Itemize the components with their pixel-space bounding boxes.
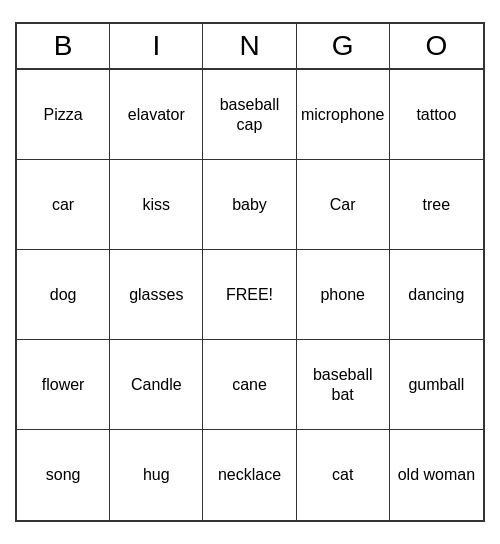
bingo-cell: cane — [203, 340, 296, 430]
cell-text: Car — [330, 195, 356, 214]
cell-text: dog — [50, 285, 77, 304]
bingo-cell: car — [17, 160, 110, 250]
cell-text: glasses — [129, 285, 183, 304]
cell-text: phone — [320, 285, 365, 304]
bingo-cell: Pizza — [17, 70, 110, 160]
cell-text: tree — [423, 195, 451, 214]
bingo-cell: old woman — [390, 430, 483, 520]
bingo-cell: necklace — [203, 430, 296, 520]
bingo-card: BINGO Pizzaelavatorbaseball capmicrophon… — [15, 22, 485, 522]
cell-text: tattoo — [416, 105, 456, 124]
bingo-cell: glasses — [110, 250, 203, 340]
cell-text: cat — [332, 465, 353, 484]
cell-text: song — [46, 465, 81, 484]
cell-text: necklace — [218, 465, 281, 484]
cell-text: microphone — [301, 105, 385, 124]
bingo-cell: flower — [17, 340, 110, 430]
header-letter: B — [17, 24, 110, 68]
cell-text: Candle — [131, 375, 182, 394]
bingo-cell: FREE! — [203, 250, 296, 340]
bingo-cell: tree — [390, 160, 483, 250]
cell-text: elavator — [128, 105, 185, 124]
bingo-cell: Car — [297, 160, 390, 250]
bingo-cell: Candle — [110, 340, 203, 430]
bingo-cell: song — [17, 430, 110, 520]
bingo-cell: elavator — [110, 70, 203, 160]
bingo-cell: baseball bat — [297, 340, 390, 430]
header-letter: I — [110, 24, 203, 68]
bingo-cell: phone — [297, 250, 390, 340]
header-letter: G — [297, 24, 390, 68]
cell-text: Pizza — [44, 105, 83, 124]
bingo-cell: hug — [110, 430, 203, 520]
cell-text: hug — [143, 465, 170, 484]
cell-text: flower — [42, 375, 85, 394]
bingo-cell: gumball — [390, 340, 483, 430]
cell-text: car — [52, 195, 74, 214]
bingo-cell: cat — [297, 430, 390, 520]
cell-text: FREE! — [226, 285, 273, 304]
cell-text: baseball cap — [207, 95, 291, 133]
bingo-cell: dog — [17, 250, 110, 340]
cell-text: old woman — [398, 465, 475, 484]
bingo-cell: tattoo — [390, 70, 483, 160]
bingo-cell: baby — [203, 160, 296, 250]
bingo-cell: dancing — [390, 250, 483, 340]
cell-text: baseball bat — [301, 365, 385, 403]
header-letter: O — [390, 24, 483, 68]
cell-text: dancing — [408, 285, 464, 304]
bingo-cell: microphone — [297, 70, 390, 160]
cell-text: gumball — [408, 375, 464, 394]
header-letter: N — [203, 24, 296, 68]
cell-text: kiss — [143, 195, 171, 214]
cell-text: baby — [232, 195, 267, 214]
cell-text: cane — [232, 375, 267, 394]
bingo-header: BINGO — [17, 24, 483, 70]
bingo-cell: kiss — [110, 160, 203, 250]
bingo-grid: Pizzaelavatorbaseball capmicrophonetatto… — [17, 70, 483, 520]
bingo-cell: baseball cap — [203, 70, 296, 160]
